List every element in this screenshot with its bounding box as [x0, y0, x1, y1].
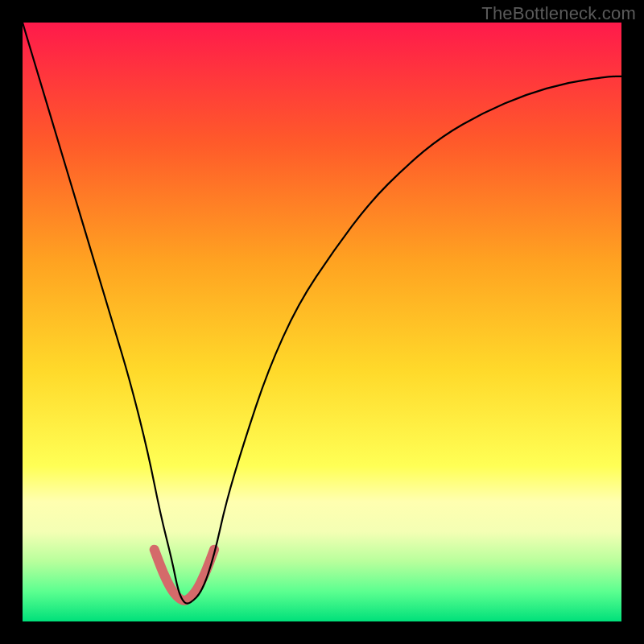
bottleneck-curve-path: [23, 23, 621, 604]
watermark-text: TheBottleneck.com: [481, 3, 636, 24]
curve-layer: [23, 23, 621, 621]
chart-frame: TheBottleneck.com: [0, 0, 644, 644]
highlight-u-path: [155, 550, 214, 601]
plot-area: [23, 23, 621, 621]
